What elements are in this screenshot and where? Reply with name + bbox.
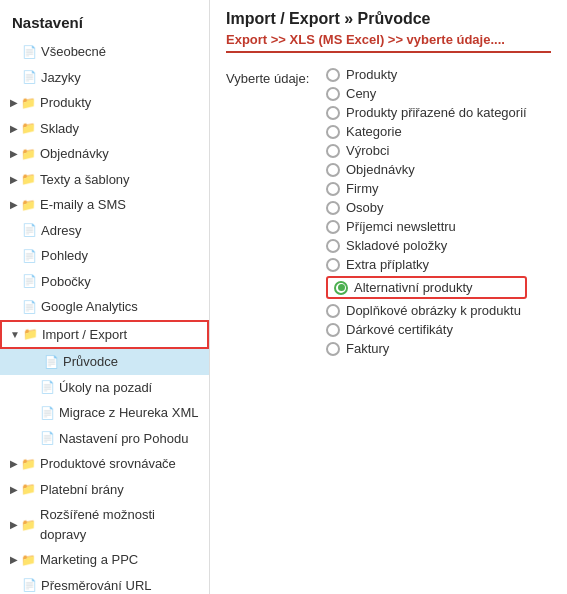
radio-label-3: Kategorie [346,124,402,139]
folder-icon: 📁 [21,196,36,214]
main-content: Import / Export » Průvodce Export >> XLS… [210,0,567,594]
file-icon: 📄 [40,378,55,396]
radio-option-14[interactable]: Faktury [326,341,527,356]
radio-label-5: Objednávky [346,162,415,177]
radio-circle-14[interactable] [326,342,340,356]
sidebar-item-18[interactable]: ▶📁Rozšířené možnosti dopravy [0,502,209,547]
sidebar-item-8[interactable]: 📄Pohledy [0,243,209,269]
form-row: Vyberte údaje: ProduktyCenyProdukty přiř… [226,67,551,356]
sidebar-item-16[interactable]: ▶📁Produktové srovnávače [0,451,209,477]
arrow-icon: ▶ [10,517,18,532]
file-icon: 📄 [40,404,55,422]
sidebar-item-15[interactable]: 📄Nastavení pro Pohodu [0,426,209,452]
radio-option-3[interactable]: Kategorie [326,124,527,139]
sidebar-item-label: Nastavení pro Pohodu [59,429,188,449]
file-icon: 📄 [22,272,37,290]
radio-option-2[interactable]: Produkty přiřazené do kategorií [326,105,527,120]
radio-option-12[interactable]: Doplňkové obrázky k produktu [326,303,527,318]
sidebar-item-7[interactable]: 📄Adresy [0,218,209,244]
sidebar-item-label: Průvodce [63,352,118,372]
folder-icon: 📁 [21,480,36,498]
radio-option-1[interactable]: Ceny [326,86,527,101]
sidebar-item-12[interactable]: 📄Průvodce [0,349,209,375]
sidebar-item-17[interactable]: ▶📁Platební brány [0,477,209,503]
radio-circle-7[interactable] [326,201,340,215]
radio-circle-11[interactable] [334,281,348,295]
radio-label-11: Alternativní produkty [354,280,473,295]
sidebar-item-11[interactable]: ▼📁Import / Export [0,320,209,350]
folder-icon: 📁 [21,516,36,534]
sidebar-item-10[interactable]: 📄Google Analytics [0,294,209,320]
radio-option-6[interactable]: Firmy [326,181,527,196]
radio-circle-2[interactable] [326,106,340,120]
sidebar-item-label: Jazyky [41,68,81,88]
breadcrumb: Export >> XLS (MS Excel) >> vyberte údaj… [226,32,551,53]
sidebar-item-label: Texty a šablony [40,170,130,190]
file-icon: 📄 [22,298,37,316]
radio-circle-4[interactable] [326,144,340,158]
sidebar-item-3[interactable]: ▶📁Sklady [0,116,209,142]
sidebar-item-4[interactable]: ▶📁Objednávky [0,141,209,167]
sidebar-item-label: Přesměrování URL [41,576,152,595]
radio-circle-12[interactable] [326,304,340,318]
sidebar-item-label: Pobočky [41,272,91,292]
radio-circle-13[interactable] [326,323,340,337]
radio-label-2: Produkty přiřazené do kategorií [346,105,527,120]
radio-label-7: Osoby [346,200,384,215]
radio-option-5[interactable]: Objednávky [326,162,527,177]
sidebar-item-2[interactable]: ▶📁Produkty [0,90,209,116]
page-title: Import / Export » Průvodce [226,10,551,28]
sidebar-item-5[interactable]: ▶📁Texty a šablony [0,167,209,193]
sidebar-title: Nastavení [0,8,209,39]
radio-label-6: Firmy [346,181,379,196]
radio-option-4[interactable]: Výrobci [326,143,527,158]
options-list: ProduktyCenyProdukty přiřazené do katego… [326,67,527,356]
sidebar-item-label: E-maily a SMS [40,195,126,215]
folder-icon: 📁 [21,170,36,188]
sidebar-item-label: Migrace z Heureka XML [59,403,198,423]
file-icon: 📄 [22,247,37,265]
sidebar-item-1[interactable]: 📄Jazyky [0,65,209,91]
arrow-icon: ▼ [10,327,20,342]
radio-option-0[interactable]: Produkty [326,67,527,82]
arrow-icon: ▶ [10,172,18,187]
folder-icon: 📁 [21,145,36,163]
sidebar-item-label: Úkoly na pozadí [59,378,152,398]
radio-label-12: Doplňkové obrázky k produktu [346,303,521,318]
radio-option-13[interactable]: Dárkové certifikáty [326,322,527,337]
sidebar-item-6[interactable]: ▶📁E-maily a SMS [0,192,209,218]
arrow-icon: ▶ [10,482,18,497]
radio-circle-6[interactable] [326,182,340,196]
sidebar-item-20[interactable]: 📄Přesměrování URL [0,573,209,595]
radio-circle-3[interactable] [326,125,340,139]
sidebar-item-13[interactable]: 📄Úkoly na pozadí [0,375,209,401]
file-icon: 📄 [44,353,59,371]
folder-icon: 📁 [21,455,36,473]
radio-option-8[interactable]: Příjemci newslettru [326,219,527,234]
radio-circle-9[interactable] [326,239,340,253]
radio-option-10[interactable]: Extra příplatky [326,257,527,272]
sidebar-item-0[interactable]: 📄Všeobecné [0,39,209,65]
file-icon: 📄 [22,68,37,86]
radio-label-4: Výrobci [346,143,389,158]
sidebar-item-label: Marketing a PPC [40,550,138,570]
sidebar-item-label: Rozšířené možnosti dopravy [40,505,203,544]
radio-option-7[interactable]: Osoby [326,200,527,215]
arrow-icon: ▶ [10,95,18,110]
folder-icon: 📁 [21,551,36,569]
radio-circle-8[interactable] [326,220,340,234]
radio-option-9[interactable]: Skladové položky [326,238,527,253]
sidebar-item-label: Sklady [40,119,79,139]
sidebar-item-19[interactable]: ▶📁Marketing a PPC [0,547,209,573]
sidebar-item-label: Platební brány [40,480,124,500]
sidebar-item-14[interactable]: 📄Migrace z Heureka XML [0,400,209,426]
radio-label-0: Produkty [346,67,397,82]
form-label: Vyberte údaje: [226,67,326,86]
sidebar-item-label: Všeobecné [41,42,106,62]
radio-option-11[interactable]: Alternativní produkty [326,276,527,299]
radio-circle-0[interactable] [326,68,340,82]
radio-circle-10[interactable] [326,258,340,272]
sidebar-item-9[interactable]: 📄Pobočky [0,269,209,295]
radio-circle-5[interactable] [326,163,340,177]
radio-circle-1[interactable] [326,87,340,101]
